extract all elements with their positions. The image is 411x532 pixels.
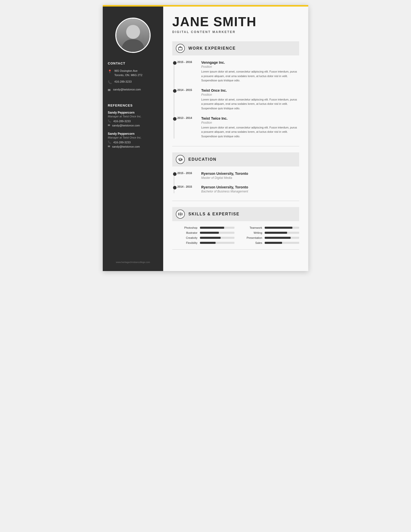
work-2-position: Position xyxy=(201,93,299,96)
work-divider xyxy=(172,146,299,146)
skill-teamwork-bar-bg xyxy=(265,227,299,229)
briefcase-icon xyxy=(176,44,185,53)
skill-photoshop-label: Photoshop xyxy=(177,226,197,229)
contact-label: CONTACT xyxy=(108,61,158,65)
work-1-company: Venngage Inc. xyxy=(201,60,299,64)
skill-presentation-bar-bg xyxy=(265,237,299,239)
work-3-date: 2013 - 2014 xyxy=(177,116,196,139)
skill-flexibility-label: Flexibility xyxy=(177,241,197,244)
skills-header: SKILLS & EXPERTISE xyxy=(172,207,299,221)
work-3-position: Position xyxy=(201,121,299,124)
work-entry-1: 2015 - 2016 Venngage Inc. Position Lorem… xyxy=(177,60,299,83)
ref-1-phone: 📞 416-289-3233 xyxy=(108,119,158,123)
ref-2-email: ✉ sandy@twistonce.com xyxy=(108,145,158,148)
ref-2-email-icon: ✉ xyxy=(108,145,110,148)
skill-writing-label: Writing xyxy=(242,231,262,234)
references-label: REFERENCES xyxy=(108,104,158,107)
svg-point-1 xyxy=(180,214,181,215)
website-footer: www.heritagechristiancollege.com xyxy=(116,256,150,263)
work-2-date: 2014 - 2015 xyxy=(177,88,196,111)
skill-illustrator-bar-bg xyxy=(200,232,234,234)
location-icon: 📍 xyxy=(108,69,112,74)
work-2-content: Twist Once Inc. Position Lorem ipsum dol… xyxy=(201,88,299,111)
skill-creativity-bar-bg xyxy=(200,237,234,239)
education-section: EDUCATION 2015 - 2016 Ryerson University… xyxy=(172,152,299,201)
edu-entry-1: 2015 - 2016 Ryerson University, Toronto … xyxy=(177,172,299,180)
sidebar: CONTACT 📍 965 Ossington Ave Toronto, ON.… xyxy=(103,5,163,271)
edu-dot-1 xyxy=(173,172,177,176)
skills-divider xyxy=(172,249,299,250)
skill-teamwork: Teamwork xyxy=(242,226,299,229)
work-experience-section: WORK EXPERIENCE 2015 - 2016 Venngage Inc… xyxy=(172,41,299,146)
skill-sales-bar-fill xyxy=(265,242,282,244)
skill-presentation-bar-fill xyxy=(265,237,291,239)
ref-1-email-icon: ✉ xyxy=(108,124,110,127)
work-experience-header: WORK EXPERIENCE xyxy=(172,41,299,55)
skill-photoshop-bar-fill xyxy=(200,227,224,229)
email-icon: ✉ xyxy=(108,88,111,93)
skill-creativity-label: Creativity xyxy=(177,236,197,239)
work-1-description: Lorem ipsum dolor sit amet, consectetur … xyxy=(201,70,299,83)
work-2-description: Lorem ipsum dolor sit amet, consectetur … xyxy=(201,97,299,111)
skill-teamwork-label: Teamwork xyxy=(242,226,262,229)
contact-address: 📍 965 Ossington Ave Toronto, ON. M6G 2T2 xyxy=(108,69,158,77)
skill-writing-bar-bg xyxy=(265,232,299,234)
timeline-dot-2 xyxy=(173,89,177,93)
contact-email: ✉ sandy@twistonce.com xyxy=(108,87,158,93)
skills-grid: Photoshop Teamwork Illustrator xyxy=(172,226,299,244)
ref-1-email: ✉ sandy@twistonce.com xyxy=(108,124,158,127)
svg-rect-0 xyxy=(179,47,182,50)
skills-section: SKILLS & EXPERTISE Photoshop Teamwork xyxy=(172,207,299,250)
education-timeline: 2015 - 2016 Ryerson University, Toronto … xyxy=(172,172,299,193)
skill-writing: Writing xyxy=(242,231,299,234)
work-3-company: Twist Twice Inc. xyxy=(201,116,299,120)
edu-2-content: Ryerson University, Toronto Bachelor of … xyxy=(201,185,299,193)
skill-sales-label: Sales xyxy=(242,241,262,244)
skill-illustrator-label: Illustrator xyxy=(177,231,197,234)
edu-2-date: 2014 - 2015 xyxy=(177,185,196,193)
main-content: JANE SMITH DIGITAL CONTENT MARKETER WORK… xyxy=(163,5,308,271)
education-title: EDUCATION xyxy=(188,157,217,162)
edu-1-date: 2015 - 2016 xyxy=(177,172,196,180)
edu-1-degree: Master of Digital Media xyxy=(201,176,299,180)
skill-photoshop-bar-bg xyxy=(200,227,234,229)
work-2-company: Twist Once Inc. xyxy=(201,88,299,92)
tools-icon xyxy=(176,210,185,219)
edu-2-institution: Ryerson University, Toronto xyxy=(201,185,299,189)
edu-dot-2 xyxy=(173,186,177,189)
work-experience-timeline: 2015 - 2016 Venngage Inc. Position Lorem… xyxy=(172,60,299,139)
skill-teamwork-bar-fill xyxy=(265,227,292,229)
skill-presentation: Presentation xyxy=(242,236,299,239)
ref-1-title: Manager at Twist Once Inc. xyxy=(108,115,158,118)
work-entry-2: 2014 - 2015 Twist Once Inc. Position Lor… xyxy=(177,88,299,111)
work-entry-3: 2013 - 2014 Twist Twice Inc. Position Lo… xyxy=(177,116,299,139)
timeline-dot-1 xyxy=(173,61,177,65)
candidate-name: JANE SMITH xyxy=(172,15,299,28)
reference-item-2: Sandy Peppercorn Manager at Twist Once I… xyxy=(108,132,158,148)
profile-photo xyxy=(115,18,151,53)
graduation-icon xyxy=(176,155,185,164)
edu-2-degree: Bachelor of Business Management xyxy=(201,190,299,193)
skill-writing-bar-fill xyxy=(265,232,287,234)
work-3-description: Lorem ipsum dolor sit amet, consectetur … xyxy=(201,125,299,139)
skill-presentation-label: Presentation xyxy=(242,236,262,239)
references-section: REFERENCES Sandy Peppercorn Manager at T… xyxy=(108,103,158,153)
skill-illustrator-bar-fill xyxy=(200,232,219,234)
name-section: JANE SMITH DIGITAL CONTENT MARKETER xyxy=(172,15,299,34)
skill-photoshop: Photoshop xyxy=(177,226,234,229)
skill-flexibility-bar-fill xyxy=(200,242,216,244)
skill-illustrator: Illustrator xyxy=(177,231,234,234)
skills-title: SKILLS & EXPERTISE xyxy=(188,212,239,216)
skill-creativity-bar-fill xyxy=(200,237,221,239)
edu-1-content: Ryerson University, Toronto Master of Di… xyxy=(201,172,299,180)
skill-sales-bar-bg xyxy=(265,242,299,244)
skill-sales: Sales xyxy=(242,241,299,244)
candidate-title: DIGITAL CONTENT MARKETER xyxy=(172,30,299,34)
edu-1-institution: Ryerson University, Toronto xyxy=(201,172,299,176)
skill-flexibility: Flexibility xyxy=(177,241,234,244)
ref-1-phone-icon: 📞 xyxy=(108,119,111,123)
ref-2-title: Manager at Twist Once Inc. xyxy=(108,136,158,139)
skill-creativity: Creativity xyxy=(177,236,234,239)
contact-phone: 📞 416-289-3233 xyxy=(108,80,158,85)
address-text: 965 Ossington Ave Toronto, ON. M6G 2T2 xyxy=(114,69,142,77)
